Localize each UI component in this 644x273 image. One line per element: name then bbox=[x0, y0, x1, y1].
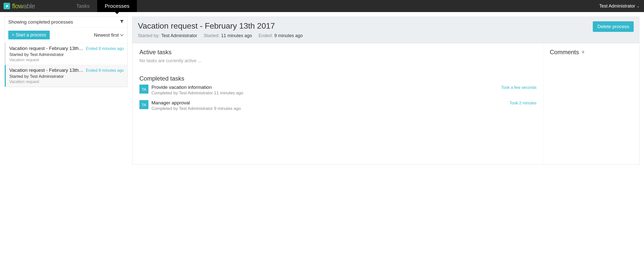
process-item-definition: Vacation request bbox=[9, 58, 124, 62]
task-duration: Took 2 minutes bbox=[509, 101, 536, 105]
start-process-button[interactable]: + Start a process bbox=[8, 31, 50, 39]
avatar: TA bbox=[139, 100, 148, 109]
app-logo[interactable]: flowable bbox=[0, 0, 38, 12]
active-tasks-heading: Active tasks bbox=[139, 49, 536, 56]
process-sidebar: Showing completed processes + Start a pr… bbox=[5, 17, 128, 87]
task-title: Manager approval bbox=[151, 100, 190, 106]
process-list-item[interactable]: Vacation request - February 13th… Ended … bbox=[5, 65, 127, 87]
tab-processes[interactable]: Processes bbox=[97, 0, 137, 12]
task-title: Provide vacation information bbox=[151, 85, 212, 90]
add-comment-icon[interactable]: + bbox=[581, 49, 585, 55]
process-list-item[interactable]: Vacation request - February 13th… Ended … bbox=[5, 43, 127, 65]
process-item-started-by: Started by Test Administrator bbox=[9, 52, 124, 57]
process-item-started-by: Started by Test Administrator bbox=[9, 74, 124, 79]
task-duration: Took a few seconds bbox=[501, 85, 536, 90]
meta-started: Started:11 minutes ago bbox=[204, 33, 252, 38]
active-tasks-empty: No tasks are currently active ... bbox=[139, 58, 536, 63]
delete-process-button[interactable]: Delete process bbox=[593, 21, 634, 32]
sort-dropdown[interactable]: Newest first bbox=[94, 32, 124, 38]
process-item-title: Vacation request - February 13th… bbox=[9, 67, 83, 73]
process-item-definition: Vacation request bbox=[9, 80, 124, 84]
process-detail: Vacation request - February 13th 2017 St… bbox=[132, 17, 639, 165]
chevron-down-icon: ⌄ bbox=[637, 4, 639, 8]
user-menu[interactable]: Test Administrator ⌄ bbox=[595, 0, 644, 12]
comments-column: Comments + bbox=[544, 43, 639, 164]
top-navbar: flowable Tasks Processes Test Administra… bbox=[0, 0, 644, 12]
logo-text: flowable bbox=[12, 2, 35, 10]
process-item-title: Vacation request - February 13th… bbox=[9, 46, 83, 51]
task-sub: Completed by Test Administrator 11 minut… bbox=[151, 91, 536, 96]
process-item-status: Ended 8 minutes ago bbox=[86, 46, 124, 51]
nav-tabs: Tasks Processes bbox=[69, 0, 137, 12]
meta-started-by: Started by:Test Administrator bbox=[138, 33, 197, 38]
sort-label: Newest first bbox=[94, 32, 119, 38]
logo-icon bbox=[4, 3, 10, 9]
process-item-status: Ended 9 minutes ago bbox=[86, 68, 124, 73]
tasks-column: Active tasks No tasks are currently acti… bbox=[132, 43, 544, 164]
completed-task-item[interactable]: TA Manager approval Took 2 minutes Compl… bbox=[139, 100, 536, 111]
filter-icon[interactable] bbox=[120, 20, 124, 25]
completed-tasks-heading: Completed tasks bbox=[139, 75, 536, 82]
meta-ended: Ended:9 minutes ago bbox=[258, 33, 303, 38]
process-list: Vacation request - February 13th… Ended … bbox=[5, 43, 127, 87]
detail-header: Vacation request - February 13th 2017 St… bbox=[132, 17, 639, 43]
chevron-down-icon bbox=[120, 33, 124, 37]
avatar: TA bbox=[139, 85, 148, 94]
user-name: Test Administrator bbox=[599, 4, 635, 9]
sidebar-heading: Showing completed processes bbox=[8, 19, 73, 25]
tab-tasks[interactable]: Tasks bbox=[69, 0, 97, 12]
task-sub: Completed by Test Administrator 9 minute… bbox=[151, 106, 536, 111]
completed-task-item[interactable]: TA Provide vacation information Took a f… bbox=[139, 85, 536, 96]
comments-heading: Comments bbox=[550, 49, 579, 56]
process-title: Vacation request - February 13th 2017 bbox=[138, 21, 588, 31]
